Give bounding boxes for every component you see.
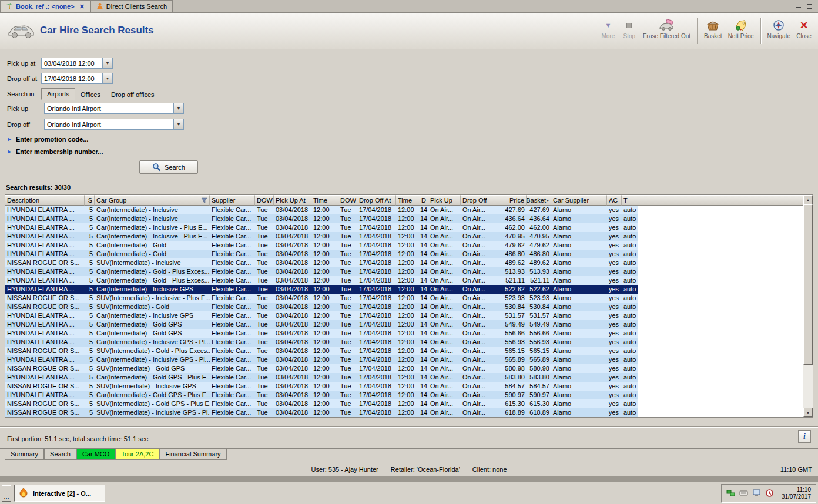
pickup-datetime-combo[interactable]: 03/04/2018 12:00 ▼ [41, 58, 113, 69]
table-row[interactable]: HYUNDAI ELANTRA ...5Car(Intermediate) - … [5, 338, 638, 347]
column-header-pick-up[interactable]: Pick Up [428, 195, 461, 206]
tray-network-icon[interactable] [726, 489, 736, 498]
membership-number-expander[interactable]: ► Enter membership number... [7, 148, 103, 155]
table-row[interactable]: HYUNDAI ELANTRA ...5Car(Intermediate) - … [5, 241, 638, 250]
column-header-time[interactable]: Time [311, 195, 338, 206]
column-header-supplier[interactable]: Supplier [210, 195, 255, 206]
cell: 12:00 [396, 232, 418, 241]
taskbar-clock[interactable]: 11:10 31/07/2017 [778, 486, 811, 500]
table-row[interactable]: NISSAN ROGUE OR S...5SUV(Intermediate) -… [5, 303, 638, 311]
table-row[interactable]: NISSAN ROGUE OR S...5SUV(Intermediate) -… [5, 382, 638, 391]
column-header-price[interactable]: Price [490, 195, 527, 206]
table-row[interactable]: HYUNDAI ELANTRA ...5Car(Intermediate) - … [5, 206, 638, 214]
tab-offices[interactable]: Offices [75, 89, 106, 100]
column-header-car-group[interactable]: Car Group [95, 195, 210, 206]
table-row[interactable]: HYUNDAI ELANTRA ...5Car(Intermediate) - … [5, 391, 638, 399]
scrollbar-thumb[interactable] [803, 204, 813, 365]
taskbar-app-button[interactable]: Interactive [2] - O... [14, 485, 105, 502]
tab-close-icon[interactable]: ✕ [79, 3, 85, 11]
table-row[interactable]: HYUNDAI ELANTRA ...5Car(Intermediate) - … [5, 223, 638, 232]
column-header-time[interactable]: Time [396, 195, 418, 206]
tray-display-icon[interactable] [752, 489, 762, 498]
dropdown-arrow-icon[interactable]: ▼ [102, 58, 112, 68]
dropoff-datetime-combo[interactable]: 17/04/2018 12:00 ▼ [41, 73, 113, 84]
column-header-drop-off-at[interactable]: Drop Off At [357, 195, 396, 206]
table-row[interactable]: HYUNDAI ELANTRA ...5Car(Intermediate) - … [5, 250, 638, 258]
stop-button[interactable]: Stop [619, 16, 640, 41]
tab-summary[interactable]: Summary [5, 449, 44, 460]
table-row[interactable]: NISSAN ROGUE OR S...5SUV(Intermediate) -… [5, 364, 638, 373]
cell: 14 [418, 294, 428, 303]
tab-tour-2a-2c[interactable]: Tour 2A,2C [115, 449, 159, 460]
more-button[interactable]: ▼ More [598, 16, 619, 41]
table-row[interactable]: HYUNDAI ELANTRA ...5Car(Intermediate) - … [5, 355, 638, 364]
cell: HYUNDAI ELANTRA ... [5, 391, 85, 399]
cell: yes [607, 382, 622, 391]
tab-booking-ref[interactable]: Book. ref .: <none> ✕ [0, 0, 90, 12]
cell: 531.57 [527, 311, 551, 320]
table-row[interactable]: HYUNDAI ELANTRA ...5Car(Intermediate) - … [5, 373, 638, 382]
cell: Alamo [551, 373, 607, 382]
tab-financial-summary[interactable]: Financial Summary [159, 449, 226, 460]
table-row[interactable]: HYUNDAI ELANTRA ...5Car(Intermediate) - … [5, 232, 638, 241]
cell: 590.97 [490, 391, 527, 399]
table-row[interactable]: HYUNDAI ELANTRA ...5Car(Intermediate) - … [5, 276, 638, 285]
minimize-icon[interactable] [794, 2, 802, 9]
scrollbar-track[interactable] [803, 204, 813, 408]
column-header-dow[interactable]: DOW [338, 195, 357, 206]
table-row[interactable]: NISSAN ROGUE OR S...5SUV(Intermediate) -… [5, 258, 638, 267]
table-row[interactable]: NISSAN ROGUE OR S...5SUV(Intermediate) -… [5, 408, 638, 417]
tray-status-icon[interactable] [765, 489, 775, 498]
tab-drop-off-offices[interactable]: Drop off offices [106, 89, 160, 100]
pickup-location-combo[interactable]: Orlando Intl Airport ▼ [44, 103, 184, 114]
dropdown-arrow-icon[interactable]: ▼ [173, 119, 183, 129]
table-row[interactable]: HYUNDAI ELANTRA ...5Car(Intermediate) - … [5, 267, 638, 276]
column-header-basket[interactable]: Basket▾ [527, 195, 551, 206]
maximize-icon[interactable] [806, 2, 813, 9]
scroll-down-icon[interactable]: ▼ [803, 408, 813, 417]
dropoff-location-combo[interactable]: Orlando Intl Airport ▼ [44, 119, 184, 130]
column-header-ac[interactable]: AC [607, 195, 622, 206]
column-header-dow[interactable]: DOW [255, 195, 274, 206]
filter-icon[interactable] [201, 197, 207, 203]
column-header-pick-up-at[interactable]: Pick Up At [274, 195, 311, 206]
cell: Tue [255, 347, 274, 355]
search-button[interactable]: Search [139, 160, 198, 174]
scroll-up-icon[interactable]: ▲ [803, 195, 813, 204]
table-row[interactable]: HYUNDAI ELANTRA ...5Car(Intermediate) - … [5, 320, 638, 329]
column-header-drop-off[interactable]: Drop Off [461, 195, 490, 206]
column-header-t[interactable]: T [622, 195, 638, 206]
tray-keyboard-icon[interactable] [739, 489, 749, 498]
navigate-button[interactable]: Navigate [765, 16, 793, 41]
table-row[interactable]: HYUNDAI ELANTRA ...5Car(Intermediate) - … [5, 214, 638, 223]
nett-price-button[interactable]: Nett Price [725, 16, 757, 41]
table-row[interactable]: HYUNDAI ELANTRA ...5Car(Intermediate) - … [5, 285, 638, 294]
column-header-s[interactable]: S [85, 195, 95, 206]
basket-button[interactable]: Basket [701, 16, 725, 41]
erase-filtered-out-button[interactable]: Erase Filtered Out [640, 16, 693, 41]
table-row[interactable]: HYUNDAI ELANTRA ...5Car(Intermediate) - … [5, 329, 638, 338]
tab-airports[interactable]: Airports [41, 88, 75, 100]
tab-search[interactable]: Search [44, 449, 76, 460]
cell: 12:00 [396, 294, 418, 303]
taskbar-overflow-button[interactable]: ... [2, 485, 11, 502]
cell: On Air... [428, 285, 461, 294]
cell: 427.69 [527, 206, 551, 214]
dropdown-arrow-icon[interactable]: ▼ [102, 73, 112, 83]
close-button[interactable]: ✕ Close [793, 16, 814, 41]
tab-direct-clients-search[interactable]: Direct Clients Search [90, 0, 173, 12]
table-row[interactable]: HYUNDAI ELANTRA ...5Car(Intermediate) - … [5, 311, 638, 320]
promotion-code-expander[interactable]: ► Enter promotion code... [7, 136, 88, 143]
dropdown-arrow-icon[interactable]: ▼ [173, 103, 183, 113]
table-row[interactable]: NISSAN ROGUE OR S...5SUV(Intermediate) -… [5, 347, 638, 355]
cell: On Air... [428, 232, 461, 241]
tab-car-mco[interactable]: Car MCO [76, 449, 115, 460]
table-row[interactable]: NISSAN ROGUE OR S...5SUV(Intermediate) -… [5, 294, 638, 303]
table-row[interactable]: NISSAN ROGUE OR S...5SUV(Intermediate) -… [5, 399, 638, 408]
cell: 470.95 [527, 232, 551, 241]
column-header-d[interactable]: D [418, 195, 428, 206]
column-header-car-supplier[interactable]: Car Supplier [551, 195, 607, 206]
info-button[interactable]: i [798, 430, 811, 443]
column-header-description[interactable]: Description [5, 195, 85, 206]
vertical-scrollbar[interactable]: ▲ ▼ [803, 195, 813, 417]
